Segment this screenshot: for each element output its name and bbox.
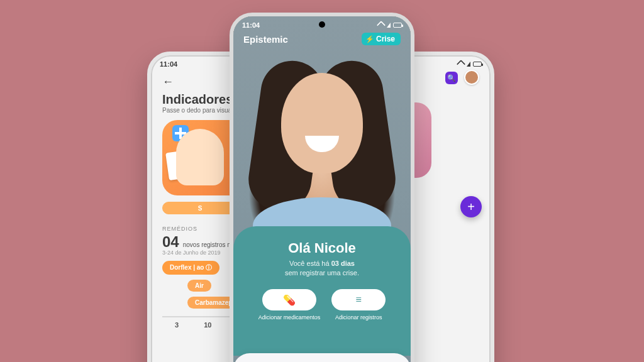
add-medication-label: Adicionar medicamentos [258, 314, 321, 321]
pill-icon: 💊 [283, 294, 296, 306]
battery-icon [473, 62, 482, 67]
ruler-tick-10: 10 [204, 321, 211, 329]
dot-empty [420, 199, 439, 218]
add-record-label: Adicionar registros [335, 314, 382, 321]
status-icons [378, 22, 402, 28]
segment-s[interactable]: S [162, 202, 238, 214]
signal-icon [387, 23, 391, 28]
dot-empty [420, 247, 439, 266]
dot-empty [420, 223, 439, 242]
remedies-count: 04 [162, 233, 179, 251]
greeting-card: Olá Nicole Você está há 03 dias sem regi… [233, 226, 411, 356]
med-chip-dorflex[interactable]: Dorflex | ao ⓘ [162, 261, 219, 275]
add-record-button[interactable]: ≡ [331, 289, 386, 310]
signal-icon [467, 62, 470, 67]
wifi-icon [377, 21, 386, 30]
status-time: 11:04 [160, 60, 177, 68]
list-icon: ≡ [356, 294, 362, 305]
search-button[interactable]: 🔍 [445, 72, 458, 84]
greeting-title: Olá Nicole [245, 240, 399, 256]
hand-icon [176, 129, 224, 185]
phone-center: 11:04 Epistemic Crise Olá Nicole Você es… [230, 13, 414, 362]
status-bar: 11:04 [233, 16, 411, 31]
ruler-tick-3: 3 [175, 321, 179, 329]
avatar[interactable] [464, 70, 479, 85]
fab-add[interactable]: + [460, 196, 482, 217]
status-icons [458, 61, 482, 67]
crise-label: Crise [376, 35, 395, 43]
battery-icon [393, 23, 402, 28]
add-medication-button[interactable]: 💊 [262, 289, 316, 310]
status-time: 11:04 [242, 21, 260, 29]
greeting-subtitle: Você está há 03 dias sem registrar uma c… [245, 259, 399, 278]
wifi-icon [457, 60, 465, 69]
med-chip-air[interactable]: Air [187, 280, 211, 292]
bottom-nav: ? ★ [233, 353, 411, 362]
crise-button[interactable]: Crise [362, 33, 401, 45]
brand-title: Epistemic [243, 34, 288, 45]
